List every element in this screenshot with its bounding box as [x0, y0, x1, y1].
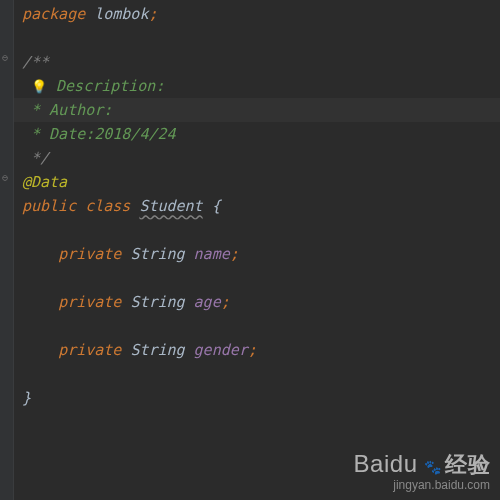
code-line: [22, 362, 500, 386]
code-line: [22, 218, 500, 242]
code-line: private String gender;: [22, 338, 500, 362]
code-line: * Date:2018/4/24: [22, 122, 500, 146]
code-line: }: [22, 386, 500, 410]
code-line: @Data: [22, 170, 500, 194]
code-editor[interactable]: ⊖ ⊖ package lombok; /** 💡 Description: *…: [0, 0, 500, 500]
code-area[interactable]: package lombok; /** 💡 Description: * Aut…: [14, 0, 500, 500]
code-line: [22, 26, 500, 50]
intention-bulb-icon[interactable]: 💡: [31, 75, 47, 99]
code-line: public class Student {: [22, 194, 500, 218]
code-line: package lombok;: [22, 2, 500, 26]
fold-icon[interactable]: ⊖: [2, 52, 8, 63]
code-line: [22, 266, 500, 290]
code-line: /**: [22, 50, 500, 74]
code-line: private String age;: [22, 290, 500, 314]
code-line: */: [22, 146, 500, 170]
code-line: [22, 314, 500, 338]
fold-icon[interactable]: ⊖: [2, 172, 8, 183]
gutter: ⊖ ⊖: [0, 0, 14, 500]
code-line: 💡 Description:: [22, 74, 500, 98]
code-line: private String name;: [22, 242, 500, 266]
